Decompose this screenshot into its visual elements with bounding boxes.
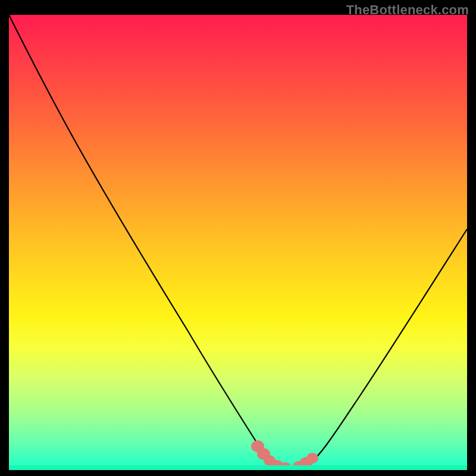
- bottom-border: [0, 470, 476, 476]
- bottleneck-curve: [9, 15, 467, 469]
- svg-point-7: [306, 453, 318, 464]
- watermark-text: TheBottleneck.com: [346, 2, 469, 18]
- baseline-strip: [9, 465, 467, 470]
- curve-svg: [9, 15, 467, 470]
- chart-container: TheBottleneck.com: [0, 0, 476, 476]
- plot-background: [9, 15, 467, 470]
